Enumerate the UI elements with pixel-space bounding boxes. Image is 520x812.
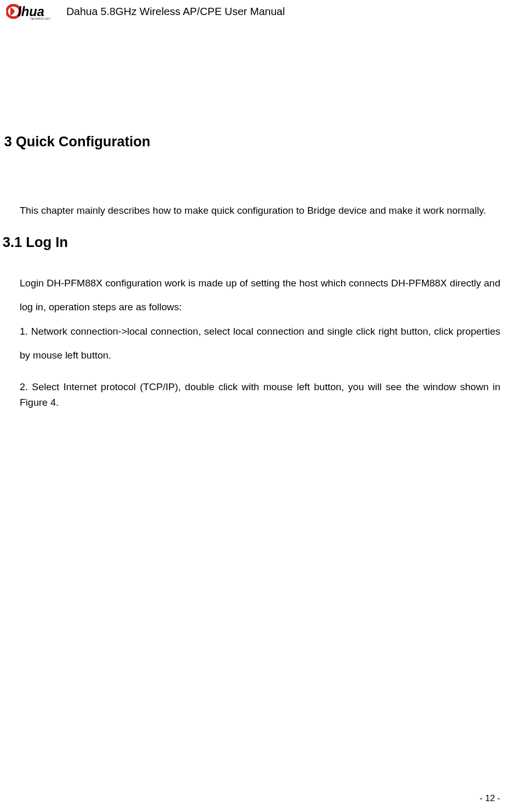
- intro-paragraph: This chapter mainly describes how to mak…: [20, 199, 500, 223]
- svg-text:TECHNOLOGY: TECHNOLOGY: [30, 17, 51, 20]
- section-heading: 3.1 Log In: [3, 235, 500, 251]
- step1-paragraph: 1. Network connection->local connection,…: [20, 320, 500, 368]
- dahua-logo: lhua TECHNOLOGY: [6, 2, 57, 21]
- login-paragraph: Login DH-PFM88X configuration work is ma…: [20, 271, 500, 320]
- page-number: - 12 -: [480, 793, 500, 804]
- page-header: lhua TECHNOLOGY Dahua 5.8GHz Wireless AP…: [0, 0, 520, 21]
- logo-svg: lhua TECHNOLOGY: [6, 2, 57, 21]
- svg-text:lhua: lhua: [18, 4, 44, 19]
- chapter-heading: 3 Quick Configuration: [4, 134, 500, 150]
- header-title: Dahua 5.8GHz Wireless AP/CPE User Manual: [66, 5, 285, 18]
- step2-paragraph: 2. Select Internet protocol (TCP/IP), do…: [20, 379, 500, 411]
- page-content: 3 Quick Configuration This chapter mainl…: [0, 134, 520, 411]
